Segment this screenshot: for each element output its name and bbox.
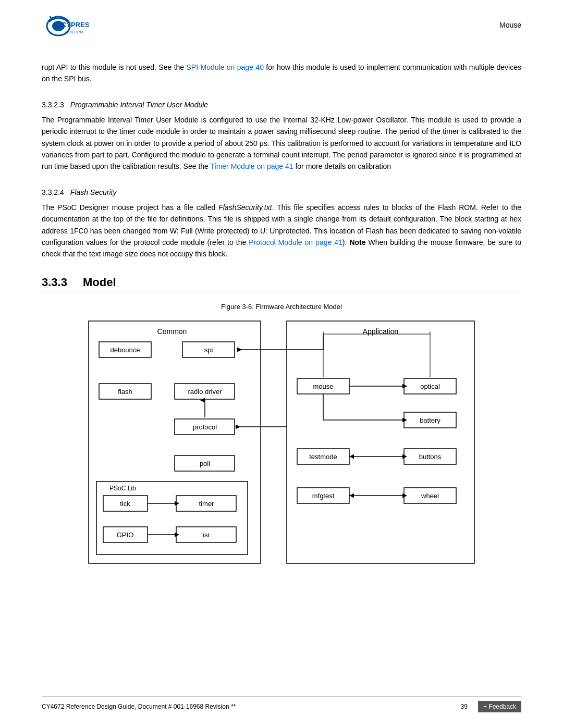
section-3323-heading: 3.3.2.3 Programmable Interval Timer User… (42, 101, 521, 109)
app-spi-top-conn (287, 334, 323, 350)
common-label: Common (157, 327, 187, 336)
tick-label: tick (120, 500, 130, 508)
footer-left-text: CY4672 Reference Design Guide, Document … (42, 703, 236, 710)
section-333-number: 3.3.3 (42, 276, 67, 289)
logo: CYPRESS PERFORM (42, 16, 94, 46)
section-3324-number: 3.3.2.4 (42, 188, 64, 196)
testmode-label: testmode (309, 453, 337, 461)
spi-label: spi (204, 346, 213, 354)
spi-module-link[interactable]: SPI Module on page 40 (187, 63, 264, 71)
intro-paragraph: rupt API to this module is not used. See… (42, 61, 521, 85)
section-3323-number: 3.3.2.3 (42, 101, 64, 109)
mouse-to-battery-arrow (323, 394, 402, 420)
section-3324-title: Flash Security (70, 188, 117, 196)
page-title-header: Mouse (499, 16, 521, 29)
feedback-button[interactable]: + Feedback (478, 701, 521, 712)
page-header: CYPRESS PERFORM Mouse (42, 16, 521, 46)
section-3323-body: The Programmable Interval Timer User Mod… (42, 114, 521, 172)
footer-page-number: 39 (461, 703, 468, 710)
cypress-logo-icon: CYPRESS PERFORM (42, 16, 89, 44)
page-footer: CY4672 Reference Design Guide, Document … (42, 696, 521, 712)
optical-label: optical (420, 382, 440, 390)
mouse-label: mouse (313, 382, 333, 390)
section-3324-body1: The PSoC Designer mouse project has a fi… (42, 203, 218, 212)
firmware-architecture-diagram: Common Application debounce spi (42, 316, 521, 571)
radio-driver-label: radio driver (188, 388, 222, 396)
diagram-svg: Common Application debounce spi (83, 316, 480, 571)
flash-label: flash (118, 388, 132, 396)
debounce-label: debounce (110, 346, 140, 354)
isr-label: isr (203, 531, 210, 539)
battery-label: battery (420, 416, 440, 424)
psoc-lib-label: PSoC Lib (109, 485, 136, 492)
section-333-heading: 3.3.3 Model (42, 276, 521, 292)
section-333-title: Model (83, 276, 116, 289)
protocol-label: protocol (193, 423, 217, 431)
svg-text:PERFORM: PERFORM (65, 30, 83, 34)
application-box (287, 321, 474, 563)
psoc-lib-box (96, 482, 248, 554)
section-3324-bold: Note (349, 238, 365, 246)
section-3323-title: Programmable Interval Timer User Module (70, 101, 208, 109)
section-3324-body: The PSoC Designer mouse project has a fi… (42, 202, 521, 260)
poll-label: poll (200, 460, 210, 467)
gpio-label: GPIO (117, 531, 134, 539)
section-3323: 3.3.2.3 Programmable Interval Timer User… (42, 101, 521, 172)
protocol-module-link[interactable]: Protocol Module on page 41 (249, 238, 342, 246)
mfgtest-label: mfgtest (312, 492, 335, 500)
section-333: 3.3.3 Model Figure 3-6. Firmware Archite… (42, 276, 521, 571)
section-3323-body2: for more details on calibration (293, 162, 391, 170)
wheel-label: wheel (421, 492, 439, 500)
timer-label: timer (199, 500, 215, 508)
application-label: Application (363, 327, 399, 336)
page: CYPRESS PERFORM Mouse rupt API to this m… (0, 0, 563, 728)
header-title: Mouse (499, 21, 521, 29)
buttons-label: buttons (419, 453, 442, 461)
timer-module-link[interactable]: Timer Module on page 41 (211, 162, 293, 170)
section-3324: 3.3.2.4 Flash Security The PSoC Designer… (42, 188, 521, 260)
figure-label-text: Figure 3-6. Firmware Architecture Model (221, 303, 342, 311)
figure-label: Figure 3-6. Firmware Architecture Model (42, 303, 521, 311)
section-3324-heading: 3.3.2.4 Flash Security (42, 188, 521, 196)
main-content: rupt API to this module is not used. See… (42, 61, 521, 571)
section-3324-italic: FlashSecurity.txt (218, 203, 272, 212)
svg-text:CYPRESS: CYPRESS (62, 21, 89, 29)
section-3324-body3: ). (342, 238, 350, 246)
intro-text: rupt API to this module is not used. See… (42, 63, 187, 71)
